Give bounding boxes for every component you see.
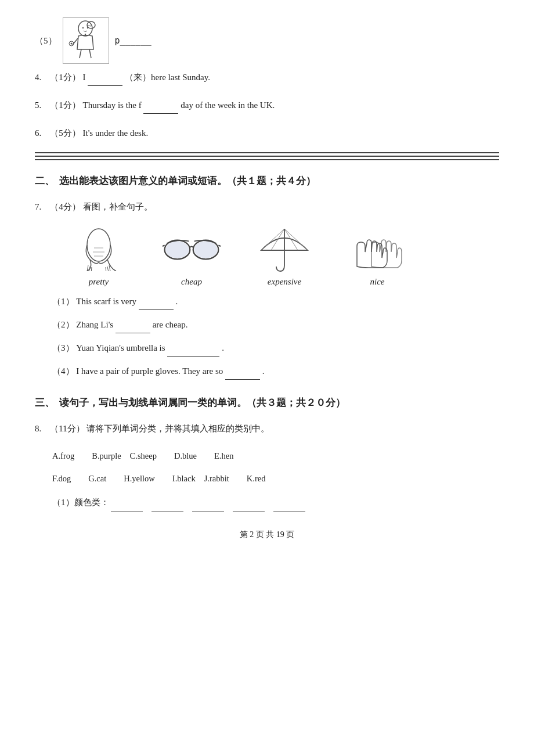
fq4-blank	[225, 369, 260, 380]
q6-text: It's under the desk.	[83, 128, 149, 138]
q8-instruction: 请将下列单词分类，并将其填入相应的类别中。	[86, 424, 269, 433]
footer: 第 2 页 共 19 页	[35, 530, 499, 540]
q4-text-before: I	[83, 73, 86, 82]
word-options-row1: A.frog B.purple C.sheep D.blue E.hen	[52, 448, 499, 465]
q8-score: （11分）	[50, 424, 84, 433]
q5-image-area: （5） p______	[35, 17, 499, 64]
svg-line-18	[107, 267, 109, 271]
q5-text-score: （1分）	[50, 100, 81, 110]
svg-point-25	[194, 241, 218, 258]
image-umbrella: expensive	[255, 226, 313, 287]
q5-blank: p______	[115, 35, 151, 46]
word-options-row2: F.dog G.cat H.yellow I.black J.rabbit K.…	[52, 470, 499, 487]
fq1-text-after: .	[175, 297, 178, 306]
svg-line-8	[80, 49, 81, 58]
category1-label: （1）颜色类：	[52, 498, 109, 507]
cat1-b2	[151, 502, 183, 512]
fq3-num: （3）	[52, 343, 74, 352]
fq3-text-after: .	[222, 343, 224, 352]
fill-q1: （1） This scarf is very .	[52, 293, 499, 310]
fill-questions: （1） This scarf is very . （2） Zhang Li's …	[52, 293, 499, 380]
svg-point-3	[82, 27, 84, 28]
question-5-text: 5. （1分） Thursday is the f day of the wee…	[35, 96, 499, 114]
q5-text-blank	[143, 103, 178, 114]
q8-number: 8.	[35, 424, 41, 433]
fq4-text-after: .	[262, 366, 265, 376]
question-7: 7. （4分） 看图，补全句子。	[35, 198, 499, 215]
sunglasses-image	[163, 226, 221, 272]
fq1-num: （1）	[52, 297, 74, 306]
cat1-b1	[111, 502, 143, 512]
q7-score: （4分）	[50, 202, 81, 211]
fill-q4: （4） I have a pair of purple gloves. They…	[52, 362, 499, 380]
fq3-blank	[167, 346, 219, 357]
svg-point-10	[87, 229, 110, 261]
cat1-b3	[192, 502, 224, 512]
q6-score: （5分）	[50, 128, 81, 138]
section2-header: 二、 选出能表达该图片意义的单词或短语。（共１题；共４分）	[35, 174, 499, 188]
cat1-b4	[233, 502, 265, 512]
svg-line-19	[106, 267, 106, 271]
section3-number: 三、	[35, 396, 55, 409]
scarf-image	[70, 226, 128, 272]
svg-line-16	[91, 267, 92, 271]
fq2-blank	[116, 323, 150, 333]
section2-number: 二、	[35, 174, 55, 188]
gloves-image	[348, 226, 406, 272]
umbrella-svg	[258, 226, 311, 272]
fq4-text-before: I have a pair of purple gloves. They are…	[76, 366, 223, 376]
fq4-num: （4）	[52, 366, 74, 376]
fq2-num: （2）	[52, 320, 74, 329]
svg-line-23	[218, 245, 221, 246]
section3-title: 读句子，写出与划线单词属同一类的单词。（共３题；共２０分）	[59, 396, 345, 409]
svg-line-22	[163, 245, 165, 246]
section-divider	[35, 152, 499, 160]
q4-blank	[88, 75, 122, 86]
fq3-text-before: Yuan Yiqian's umbrella is	[76, 343, 165, 352]
fill-q3: （3） Yuan Yiqian's umbrella is .	[52, 339, 499, 357]
svg-point-4	[87, 27, 88, 28]
gloves-svg	[351, 226, 403, 272]
label-nice: nice	[370, 277, 385, 287]
svg-line-2	[88, 26, 91, 26]
fq1-blank	[139, 300, 174, 310]
category1-row: （1）颜色类：	[52, 493, 499, 512]
scarf-svg	[75, 228, 122, 271]
fq2-text-before: Zhang Li's	[76, 320, 113, 329]
svg-line-15	[89, 267, 90, 271]
cat1-b5	[273, 502, 305, 512]
q5-text-before: Thursday is the f	[83, 100, 142, 110]
image-gloves: nice	[348, 226, 406, 287]
fq2-text-after: are cheap.	[153, 320, 188, 329]
divider-inner-line	[35, 156, 499, 157]
q5-label: （5）	[35, 35, 57, 46]
q4-score: （1分）	[50, 73, 81, 82]
svg-point-7	[71, 43, 73, 45]
question-4: 4. （1分） I （来）here last Sunday.	[35, 69, 499, 86]
umbrella-image	[255, 226, 313, 272]
section2-title: 选出能表达该图片意义的单词或短语。（共１题；共４分）	[59, 174, 316, 188]
q5-text-after: day of the week in the UK.	[181, 100, 275, 110]
options-row2-text: F.dog G.cat H.yellow I.black J.rabbit K.…	[52, 474, 265, 483]
q5-text-number: 5.	[35, 100, 41, 110]
image-scarf: pretty	[70, 226, 128, 287]
q4-text-after: （来）here last Sunday.	[125, 73, 210, 82]
question-6: 6. （5分） It's under the desk.	[35, 124, 499, 142]
q6-number: 6.	[35, 128, 41, 138]
fq1-text-before: This scarf is very	[76, 297, 136, 306]
label-pretty: pretty	[89, 277, 109, 287]
svg-line-9	[89, 49, 91, 58]
label-cheap: cheap	[181, 277, 202, 287]
image-sunglasses: cheap	[163, 226, 221, 287]
section3-header: 三、 读句子，写出与划线单词属同一类的单词。（共３题；共２０分）	[35, 396, 499, 409]
images-row: pretty cheap	[70, 226, 499, 287]
question-8: 8. （11分） 请将下列单词分类，并将其填入相应的类别中。	[35, 420, 499, 437]
person-svg	[67, 20, 104, 61]
person-image	[63, 17, 109, 64]
label-expensive: expensive	[268, 277, 301, 287]
svg-point-24	[165, 241, 189, 258]
options-row1-text: A.frog B.purple C.sheep D.blue E.hen	[52, 451, 233, 460]
q7-instruction: 看图，补全句子。	[83, 202, 153, 211]
sunglasses-svg	[163, 233, 221, 265]
fill-q2: （2） Zhang Li's are cheap.	[52, 316, 499, 333]
